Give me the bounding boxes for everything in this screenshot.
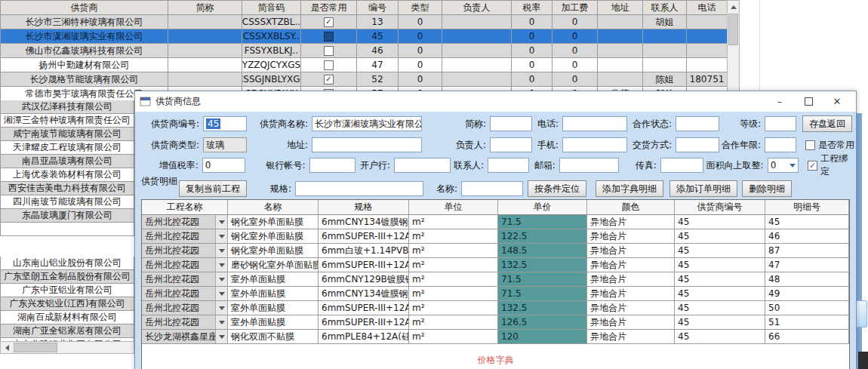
supplier-table-row[interactable]: 扬州中勤建材有限公司YZZQJCYXGS47000 [1,58,728,72]
bg-col-header[interactable]: 是否常用 [301,1,357,15]
supplier-list-item[interactable]: 湖南百成新材料有限公司 [0,311,134,324]
area-round-up-select[interactable]: 0 [768,158,799,173]
supplier-list-item[interactable]: 南昌亚晶玻璃有限公司 [0,155,134,168]
close-button[interactable]: ✕ [823,92,851,111]
project-combo-arrow[interactable] [215,229,227,243]
mobile-input[interactable] [562,137,627,152]
project-combo-arrow[interactable] [215,215,227,229]
bg-col-header[interactable]: 负责人 [442,1,512,15]
supplier-list-item[interactable]: 广东中亚铝业有限公司 [0,284,134,297]
bg-col-header[interactable]: 类型 [399,1,442,15]
project-combo-arrow[interactable] [215,330,227,343]
spec-filter-input[interactable] [295,181,423,196]
grid-col-header[interactable]: 单位 [409,200,498,215]
common-flag-checkbox[interactable]: ✓ [324,75,334,85]
common-flag-checkbox[interactable] [324,46,334,56]
bg-col-header[interactable]: 编号 [357,1,399,15]
supplier-table-row[interactable]: 长沙市三湘特种玻璃有限公司CSSSXTZBL..✓13000胡姐 [1,15,728,29]
add-dict-detail-button[interactable]: 添加字典明细 [596,180,663,197]
grid-col-header[interactable]: 工程名称 [142,200,228,215]
grid-col-header[interactable]: 规格 [319,200,409,215]
delivery-mode-input[interactable] [676,137,719,152]
supplier-list-item[interactable]: 广东坚朗五金制品股份有限公司 [0,270,134,284]
project-combo-arrow[interactable] [215,301,227,315]
name-filter-input[interactable] [461,181,523,196]
common-flag-checkbox[interactable]: ✓ [324,17,334,27]
project-combo-arrow[interactable] [215,315,227,329]
phone-input[interactable] [562,116,627,131]
supplier-table-row[interactable]: 佛山市亿鑫玻璃科技有限公司FSSYXBLKJ..46000 [1,44,728,58]
bg-col-header[interactable]: 电话 [687,1,728,15]
detail-grid-row[interactable]: 岳州北控花园钢化室外单面贴膜6mmCNY134镀膜钢化m²71.5异地合片454… [142,215,849,229]
project-combo-arrow[interactable] [215,272,227,286]
bank-account-input[interactable] [309,158,356,173]
common-flag-checkbox[interactable] [324,60,334,70]
vat-rate-input[interactable]: 0 [202,158,245,173]
bg-col-header[interactable]: 税率 [512,1,553,15]
project-combo-arrow[interactable] [215,287,227,300]
minimize-button[interactable]: – [765,92,794,111]
supplier-list-item[interactable]: 湘潭三金特种玻璃有限责任公司 [0,114,134,128]
common-checkbox[interactable]: 是否常用 [805,139,854,152]
detail-grid-row[interactable]: 岳州北控花园室外单面贴膜6mmSUPER-III+12A(硅..m²132.5异… [142,301,849,315]
supplier-list-item[interactable]: 广东兴发铝业(江西)有限公司 [0,297,134,311]
manager-input[interactable] [490,137,532,152]
bg-col-header[interactable]: 简称 [168,1,242,15]
vscroll-thumb[interactable] [728,14,738,45]
fax-input[interactable] [660,158,703,173]
supplier-list-item[interactable]: 天津耀皮工程玻璃有限公司 [0,141,134,155]
supplier-id-input[interactable]: 45 [203,116,247,131]
supplier-table-hscrollbar[interactable] [0,341,134,354]
address-input[interactable] [312,137,422,152]
bank-branch-input[interactable] [394,158,451,173]
bg-col-header[interactable]: 加工费 [553,1,598,15]
supplier-list-item[interactable]: 山东南山铝业股份有限公司 [0,257,134,270]
scroll-left-icon[interactable] [1,342,13,353]
detail-grid-row[interactable]: 长沙龙湖祺鑫星座钢化双面不贴膜6mmPLE84+12A(硅酮胶..m²120异地… [142,330,849,344]
detail-grid-row[interactable]: 岳州北控花园钢化室外单面贴膜6mmSUPER-III+12A(硅..m²122.… [142,229,849,244]
coop-years-input[interactable] [765,137,796,152]
supplier-list-item[interactable]: 西安佳吉美电力科技有限公司 [0,182,134,195]
grid-col-header[interactable]: 供货商编号 [675,200,765,215]
detail-grid-row[interactable]: 岳州北控花园室外单面贴膜6mmSUPER-III+12A(硅..m²126.5异… [142,315,849,330]
grade-input[interactable] [765,116,796,131]
supplier-list-item[interactable]: 东晶玻璃厦门有限公司 [0,209,134,223]
supplier-name-input[interactable]: 长沙市潇湘玻璃实业有限公司 [312,116,422,131]
grid-col-header[interactable]: 颜色 [587,200,675,215]
short-name-input[interactable] [490,116,532,131]
grid-col-header[interactable]: 单价 [498,200,587,215]
detail-grid-row[interactable]: 岳州北控花园室外单面贴膜6mmCNY129B镀膜钢化m²71.5异地合片4548 [142,272,849,287]
supplier-list-item[interactable]: 湖南广亚全铝家居有限公司 [0,324,134,338]
bg-col-header[interactable]: 地址 [598,1,643,15]
dialog-titlebar[interactable]: 供货商信息 – ✕ [135,91,856,112]
scroll-up-icon[interactable] [728,1,739,13]
delete-detail-button[interactable]: 删除明细 [742,180,792,197]
supplier-list-item[interactable]: 武汉亿泽科技有限公司 [0,100,134,114]
maximize-button[interactable] [794,92,823,111]
copy-current-project-button[interactable]: 复制当前工程 [179,180,247,197]
project-combo-arrow[interactable] [215,258,227,272]
supplier-table-vscrollbar[interactable] [727,0,740,100]
email-input[interactable] [559,158,619,173]
supplier-list-item[interactable] [0,223,134,236]
price-dictionary-link[interactable]: 价格字典 [142,354,849,367]
hscroll-thumb[interactable] [14,343,57,352]
grid-col-header[interactable]: 明细号 [765,200,849,215]
supplier-table-row[interactable]: 长沙市潇湘玻璃实业有限公司CSSXXBLSY..45000 [1,29,728,44]
bg-col-header[interactable]: 供货商 [1,1,168,15]
supplier-list-item[interactable]: 咸宁南玻节能玻璃有限公司 [0,128,134,141]
add-order-detail-button[interactable]: 添加订单明细 [669,180,737,197]
bg-col-header[interactable]: 联系人 [643,1,687,15]
save-button[interactable]: 存盘返回 [802,115,852,132]
project-bind-checkbox[interactable]: ✓工程绑定 [808,152,856,178]
detail-grid-row[interactable]: 岳州北控花园钢化室外单面贴膜6mm白玻+1.14PVB+6mm..m²148.5… [142,244,849,258]
coop-status-input[interactable] [676,116,719,131]
bg-col-header[interactable]: 简音码 [242,1,301,15]
supplier-list-item[interactable]: 四川南玻节能玻璃有限公司 [0,195,134,209]
detail-grid-row[interactable]: 岳州北控花园磨砂钢化室外单面贴膜6mmSUPER-III+12A(硅..m²13… [142,258,849,272]
contact-input[interactable] [488,158,529,173]
project-combo-arrow[interactable] [215,244,227,257]
grid-col-header[interactable]: 名称 [228,200,319,215]
supplier-list-item[interactable]: 上海优泰装饰材料有限公司 [0,168,134,182]
detail-grid-row[interactable]: 岳州北控花园室外单面贴膜6mmCNY134镀膜钢化m²71.5异地合片4549 [142,287,849,301]
